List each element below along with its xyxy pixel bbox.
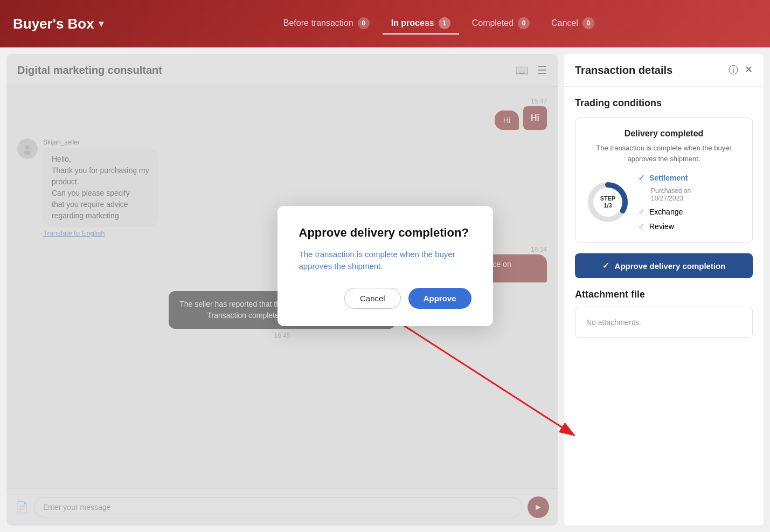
modal-dialog: Approve delivery completion? The transac… (278, 206, 493, 326)
modal-body-plain: The transaction is complete when the (299, 250, 435, 259)
modal-title: Approve delivery completion? (299, 225, 471, 241)
modal-body: The transaction is complete when the buy… (299, 248, 471, 273)
main-content: Digital marketing consultant 📖 ☰ 15:47 H… (6, 54, 764, 526)
modal-backdrop: Approve delivery completion? The transac… (0, 0, 770, 532)
modal-approve-button[interactable]: Approve (408, 288, 471, 309)
modal-cancel-button[interactable]: Cancel (344, 288, 401, 309)
modal-actions: Cancel Approve (299, 288, 471, 309)
